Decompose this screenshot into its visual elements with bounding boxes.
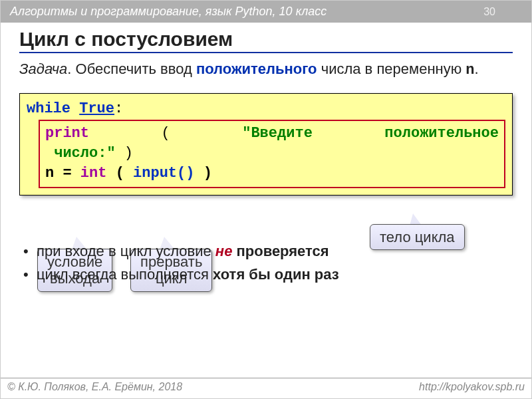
bullet-1-text-b: проверяется — [232, 243, 329, 259]
keyword-while: while — [27, 100, 70, 117]
footer-url: http://kpolyakov.spb.ru — [419, 381, 525, 393]
keyword-true: True — [79, 100, 114, 117]
bullet-2-text-a: цикл всегда выполняется — [37, 266, 213, 283]
code-line-4: n = int ( input() ) — [45, 164, 499, 184]
bullet-2-text-b: хотя бы один раз — [213, 266, 339, 283]
paren-open: ( — [162, 124, 170, 144]
code-colon: : — [114, 100, 123, 117]
task-variable: n — [466, 62, 474, 78]
code-line-2: print ( "Введите положительное — [45, 124, 499, 144]
fn-print: print — [45, 124, 89, 144]
loop-body-box: print ( "Введите положительное число:" )… — [39, 120, 505, 188]
footer-copyright: © К.Ю. Поляков, Е.А. Ерёмин, 2018 — [7, 381, 182, 393]
paren-open-2: ( — [116, 165, 124, 182]
code-line-3: число:" ) — [45, 144, 499, 164]
slide-content: Цикл с постусловием Задача. Обеспечить в… — [1, 23, 531, 284]
code-block: while True: print ( "Введите положительн… — [19, 93, 513, 196]
page-title: Цикл с постусловием — [19, 28, 513, 53]
code-line-1: while True: — [27, 99, 505, 119]
bullet-2: цикл всегда выполняется хотя бы один раз — [22, 265, 513, 285]
fn-int: int — [80, 165, 107, 182]
assign-n: n = — [45, 165, 72, 182]
task-text-3: . — [475, 61, 479, 77]
bullet-1-text-a: при входе в цикл условие — [37, 243, 215, 259]
fn-input: input() — [133, 165, 194, 182]
task-label: Задача — [19, 61, 67, 77]
slide-footer: © К.Ю. Поляков, Е.А. Ерёмин, 2018 http:/… — [1, 378, 531, 398]
paren-close: ) — [124, 145, 133, 162]
task-paragraph: Задача. Обеспечить ввод положительного ч… — [19, 60, 513, 80]
task-text-2: числа в переменную — [317, 61, 466, 77]
page-number: 30 — [483, 6, 495, 18]
slide-header: Алгоритмы и программирование, язык Pytho… — [1, 1, 531, 23]
bullet-1-emph: не — [215, 243, 233, 259]
course-title: Алгоритмы и программирование, язык Pytho… — [10, 5, 327, 19]
string-part-a: "Введите — [242, 124, 313, 144]
string-part-c: число:" — [54, 145, 115, 162]
task-emphasis: положительного — [196, 61, 317, 77]
bullet-1: при входе в цикл условие не проверяется — [22, 242, 513, 261]
paren-close-2: ) — [203, 165, 212, 182]
task-text-1: . Обеспечить ввод — [67, 61, 196, 77]
string-part-b: положительное — [384, 124, 499, 144]
